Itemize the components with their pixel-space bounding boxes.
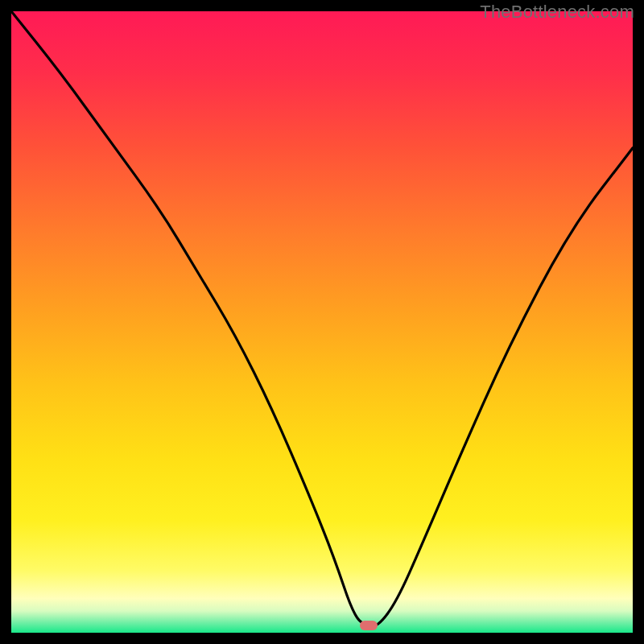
plot-area (11, 11, 633, 633)
bottleneck-curve (11, 11, 633, 633)
highlight-marker (360, 621, 378, 630)
watermark-text: TheBottleneck.com (480, 2, 634, 23)
